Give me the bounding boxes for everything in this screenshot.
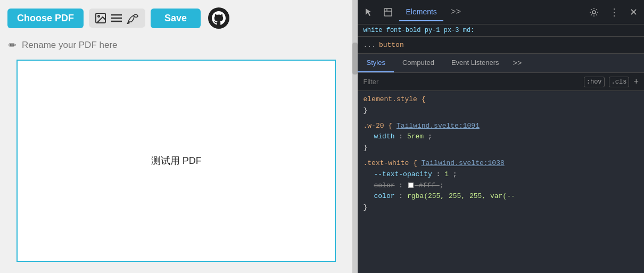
css-prop-color: color [374,192,394,200]
styles-tabs: Styles Computed Event Listeners >> [358,54,644,73]
css-rule-element-style: element.style { } [363,94,639,117]
css-brace-close-text-white: } [363,203,367,211]
svg-point-8 [592,11,596,14]
pen-icon-button[interactable] [126,12,140,24]
scrollbar[interactable] [352,0,358,273]
filter-cls-button[interactable]: .cls [609,77,630,87]
toolbar: Choose PDF [0,0,352,36]
css-value-width: 5rem [407,133,424,140]
filter-input[interactable] [363,78,579,86]
css-breadcrumb-bar: white font-bold py-1 px-3 md: [358,24,644,37]
element-breadcrumb: ... button [358,37,644,54]
css-selector-text-white: .text-white { [363,159,417,167]
choose-pdf-button[interactable]: Choose PDF [7,9,84,28]
css-prop-color-strikethrough: color [374,181,394,189]
devtools-panel: Elements >> ⋮ ✕ white font-bold py-1 px-… [358,0,644,273]
github-button[interactable] [208,7,229,29]
css-brace-close-element: } [363,106,367,114]
devtools-close-button[interactable]: ✕ [626,4,641,20]
devtools-more-tabs[interactable]: >> [447,5,465,19]
styles-content: element.style { } .w-20 { Tailwind.svelt… [358,91,644,273]
css-value-text-opacity: 1 [444,170,449,178]
pencil-icon: ✏ [9,39,16,51]
cursor-icon-button[interactable] [361,5,377,19]
tab-more[interactable]: >> [507,54,527,72]
devtools-tab-elements[interactable]: Elements [399,3,443,21]
breadcrumb-dots: ... [363,41,375,49]
css-rule-text-white: .text-white { Tailwind.svelte:1038 --tex… [363,158,639,213]
css-source-w20[interactable]: Tailwind.svelte:1091 [397,122,480,130]
inspect-icon-button[interactable] [380,5,396,19]
devtools-topbar: Elements >> ⋮ ✕ [358,0,644,24]
pdf-content-text: 测试用 PDF [151,154,202,167]
rename-input[interactable] [22,40,192,51]
css-brace-close-w20: } [363,144,367,152]
github-icon [208,7,229,29]
svg-point-1 [98,15,100,17]
filter-hov-button[interactable]: :hov [584,77,605,87]
pdf-page: 测试用 PDF [16,60,336,262]
css-breadcrumb-text: white font-bold py-1 px-3 md: [363,27,474,34]
svg-rect-5 [384,9,392,16]
save-button[interactable]: Save [151,9,201,28]
breadcrumb-tag[interactable]: button [379,41,404,49]
tab-styles[interactable]: Styles [358,54,393,72]
css-selector-w20: .w-20 { [363,122,392,130]
css-rule-w20: .w-20 { Tailwind.svelte:1091 width : 5re… [363,121,639,154]
list-icon-button[interactable] [110,13,123,23]
icon-group [89,9,145,28]
filter-plus-button[interactable]: + [633,77,639,87]
css-value-color-rgba: rgba(255, 255, 255, var(-- [407,192,515,200]
color-swatch-white [408,183,414,188]
tab-event-listeners[interactable]: Event Listeners [443,54,508,72]
left-panel: Choose PDF [0,0,352,273]
image-icon-button[interactable] [94,12,107,24]
pdf-canvas-area: 测试用 PDF [0,54,352,273]
filter-bar: :hov .cls + [358,73,644,91]
css-prop-text-opacity: --text-opacity [374,170,432,178]
tab-computed[interactable]: Computed [394,54,443,72]
rename-bar: ✏ [0,36,352,54]
css-selector-element-style: element.style { [363,95,425,103]
css-value-color-fff: #fff [419,181,435,189]
css-source-text-white[interactable]: Tailwind.svelte:1038 [422,159,505,167]
devtools-gear-button[interactable] [586,5,602,19]
devtools-dots-button[interactable]: ⋮ [606,4,622,20]
css-prop-width: width [374,133,394,140]
